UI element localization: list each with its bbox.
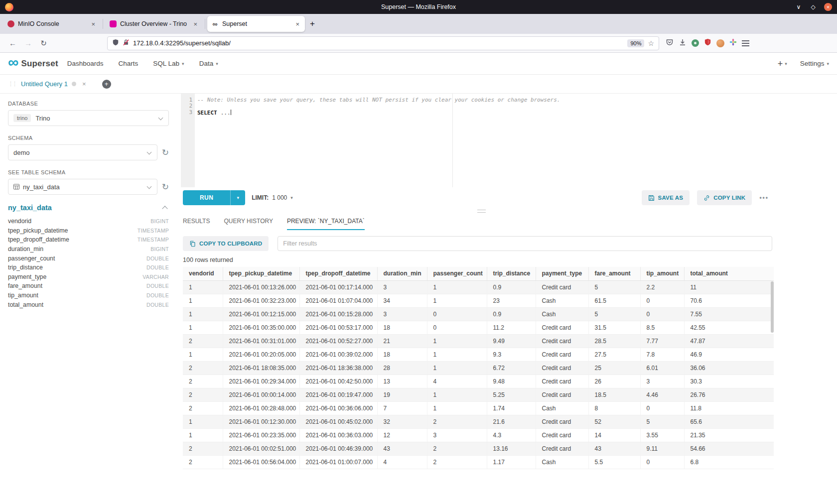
tab-preview-ny-taxi-data[interactable]: PREVIEW: `NY_TAXI_DATA` (287, 214, 365, 230)
copy-to-clipboard-button[interactable]: COPY TO CLIPBOARD (183, 236, 269, 251)
run-options-caret[interactable]: ▾ (230, 190, 245, 205)
menu-icon[interactable] (742, 40, 749, 46)
window-close-icon[interactable]: × (824, 3, 832, 11)
table-row[interactable]: 22021-06-01 00:02:51.0002021-06-01 00:46… (183, 442, 774, 455)
table-row[interactable]: 12021-06-01 00:13:26.0002021-06-01 00:17… (183, 280, 774, 294)
results-column-header[interactable]: passenger_count (427, 267, 487, 280)
nav-item-charts[interactable]: Charts (119, 60, 139, 67)
table-row[interactable]: 22021-06-01 00:56:04.0002021-06-01 01:00… (183, 455, 774, 469)
app-nav: Dashboards Charts SQL Lab▾ Data▾ (67, 60, 218, 67)
sql-editor[interactable]: 1 2 3 -- Note: Unless you save your quer… (181, 94, 774, 187)
query-tab-untitled-1[interactable]: ⋮⋮ Untitled Query 1 × (6, 80, 88, 88)
nav-item-data[interactable]: Data▾ (199, 60, 218, 67)
table-cell: Cash (536, 401, 588, 415)
filter-results-input[interactable] (278, 236, 772, 251)
nav-item-dashboards[interactable]: Dashboards (67, 60, 104, 67)
refresh-schema-icon[interactable]: ↻ (162, 148, 169, 157)
browser-tab-minio[interactable]: MinIO Console × (3, 16, 101, 32)
save-as-button[interactable]: SAVE AS (642, 190, 690, 205)
pinwheel-extension-icon[interactable] (729, 38, 737, 48)
results-column-header[interactable]: payment_type (536, 267, 588, 280)
table-row[interactable]: 12021-06-01 00:35:00.0002021-06-01 00:53… (183, 321, 774, 334)
table-row[interactable]: 22021-06-01 00:29:34.0002021-06-01 00:42… (183, 375, 774, 388)
column-row: total_amount DOUBLE (8, 300, 169, 309)
results-column-header[interactable]: fare_amount (588, 267, 640, 280)
query-tab-close-icon[interactable]: × (82, 80, 86, 88)
bookmark-star-icon[interactable]: ☆ (648, 39, 654, 47)
editor-code-area[interactable]: -- Note: Unless you save your query, the… (195, 94, 774, 187)
add-query-tab-button[interactable]: + (102, 80, 111, 89)
table-cell: Cash (536, 307, 588, 321)
results-scrollbar-thumb[interactable] (771, 281, 774, 333)
window-minimize-icon[interactable]: ∨ (795, 3, 802, 10)
tab-results[interactable]: RESULTS (183, 214, 210, 230)
browser-tab-superset[interactable]: ∞ Superset × (207, 16, 305, 32)
table-schema-header[interactable]: ny_taxi_data (8, 204, 169, 212)
account-avatar-icon[interactable] (716, 39, 724, 47)
table-row[interactable]: 22021-06-01 00:00:14.0002021-06-01 00:19… (183, 388, 774, 401)
window-maximize-icon[interactable]: ◇ (810, 3, 817, 10)
run-button[interactable]: RUN (183, 190, 230, 205)
reload-button[interactable]: ↻ (36, 39, 51, 48)
editor-toolbar: RUN ▾ LIMIT: 1 000 ▾ SAVE AS COPY LINK (181, 187, 774, 208)
refresh-tables-icon[interactable]: ↻ (162, 183, 169, 191)
browser-tab-title: MinIO Console (18, 20, 86, 27)
results-column-header[interactable]: total_amount (684, 267, 774, 280)
chevron-up-icon[interactable] (162, 206, 167, 211)
pane-resize-divider[interactable] (181, 208, 774, 214)
column-row: tip_amount DOUBLE (8, 291, 169, 300)
table-cell: 1 (183, 415, 223, 428)
tab-query-history[interactable]: QUERY HISTORY (224, 214, 273, 230)
settings-menu[interactable]: Settings▾ (800, 60, 829, 67)
extension-icon[interactable] (692, 39, 699, 47)
database-value: Trino (35, 115, 50, 122)
results-column-header[interactable]: tpep_pickup_datetime (223, 267, 299, 280)
drag-handle-icon[interactable]: ⋮⋮ (8, 81, 16, 87)
forward-button[interactable]: → (20, 39, 36, 47)
ublock-shield-icon[interactable] (704, 38, 711, 48)
table-row[interactable]: 22021-06-01 00:31:01.0002021-06-01 00:52… (183, 334, 774, 348)
database-type-badge: trino (13, 114, 31, 122)
tab-close-icon[interactable]: × (90, 20, 97, 28)
url-bar[interactable]: 90% ☆ (107, 36, 659, 50)
table-row[interactable]: 12021-06-01 00:12:15.0002021-06-01 00:15… (183, 307, 774, 321)
downloads-icon[interactable] (679, 38, 687, 48)
table-row[interactable]: 22021-06-01 18:08:35.0002021-06-01 18:36… (183, 361, 774, 375)
table-row[interactable]: 12021-06-01 00:20:05.0002021-06-01 00:39… (183, 348, 774, 361)
resize-grip-icon[interactable] (477, 210, 486, 213)
tab-separator (103, 19, 103, 29)
results-column-header[interactable]: tip_amount (640, 267, 684, 280)
browser-tab-trino[interactable]: Cluster Overview - Trino × (105, 16, 203, 32)
pocket-icon[interactable] (666, 38, 674, 48)
schema-select[interactable]: demo (8, 144, 157, 160)
nav-item-sql-lab[interactable]: SQL Lab▾ (153, 60, 184, 67)
new-tab-button[interactable]: + (305, 19, 320, 29)
superset-logo[interactable]: ∞ Superset (8, 57, 58, 70)
table-row[interactable]: 22021-06-01 00:28:48.0002021-06-01 00:36… (183, 401, 774, 415)
table-row[interactable]: 12021-06-01 00:32:23.0002021-06-01 01:07… (183, 294, 774, 307)
database-select[interactable]: trino Trino (8, 110, 169, 126)
table-select[interactable]: ny_taxi_data (8, 179, 157, 195)
table-icon (13, 184, 19, 190)
results-column-header[interactable]: vendorid (183, 267, 223, 280)
tracking-shield-icon[interactable] (112, 39, 119, 48)
table-cell: 0 (427, 307, 487, 321)
more-options-icon[interactable]: ••• (759, 194, 769, 201)
new-item-button[interactable]: +▾ (778, 59, 787, 68)
table-row[interactable]: 12021-06-01 00:12:30.0002021-06-01 00:45… (183, 415, 774, 428)
table-row[interactable]: 12021-06-01 00:23:35.0002021-06-01 00:36… (183, 428, 774, 442)
limit-dropdown[interactable]: LIMIT: 1 000 ▾ (252, 194, 293, 201)
insecure-lock-icon[interactable] (123, 39, 130, 48)
tab-close-icon[interactable]: × (294, 20, 301, 28)
superset-favicon: ∞ (211, 20, 219, 28)
results-column-header[interactable]: tpep_dropoff_datetime (299, 267, 377, 280)
results-column-header[interactable]: trip_distance (487, 267, 536, 280)
tab-close-icon[interactable]: × (192, 20, 199, 28)
zoom-level-badge[interactable]: 90% (627, 39, 644, 47)
line-number: 2 (181, 103, 192, 109)
back-button[interactable]: ← (5, 39, 20, 47)
results-column-header[interactable]: duration_min (377, 267, 427, 280)
copy-link-button[interactable]: COPY LINK (697, 190, 752, 205)
table-cell: 0 (640, 401, 684, 415)
url-input[interactable] (133, 39, 624, 47)
